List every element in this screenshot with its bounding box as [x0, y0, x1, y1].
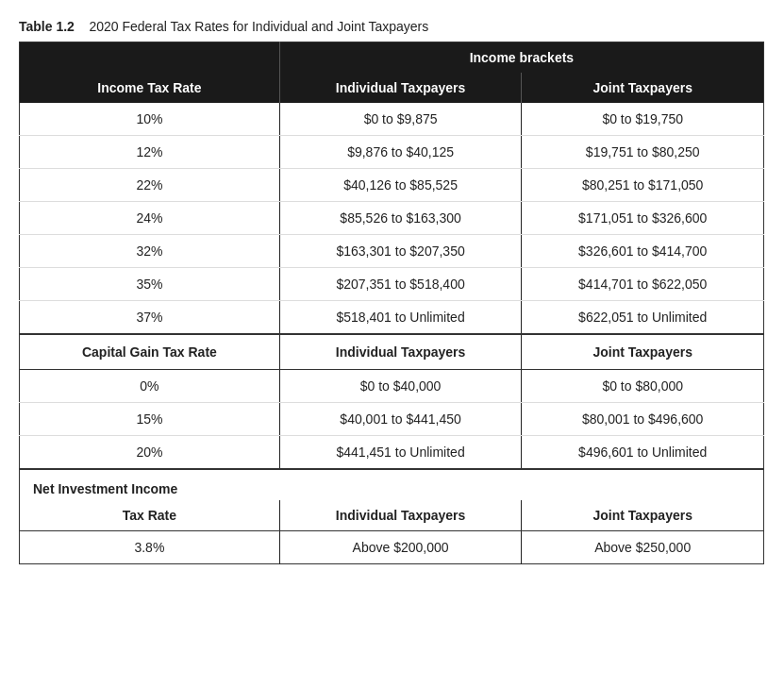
joint-bracket-cell: $19,751 to $80,250: [522, 136, 764, 169]
capital-gain-header-row: Capital Gain Tax Rate Individual Taxpaye…: [20, 334, 764, 370]
individual-bracket-cell: $9,876 to $40,125: [279, 136, 522, 169]
income-tax-row: 24% $85,526 to $163,300 $171,051 to $326…: [20, 202, 764, 235]
individual-bracket-cell: $40,126 to $85,525: [279, 169, 522, 202]
capital-gain-individual-header: Individual Taxpayers: [279, 334, 522, 370]
ni-rate-cell: 3.8%: [20, 531, 280, 564]
income-rate-cell: 22%: [20, 169, 280, 202]
ni-joint-cell: Above $250,000: [522, 531, 764, 564]
individual-taxpayers-header: Individual Taxpayers: [279, 73, 522, 103]
joint-bracket-cell: $414,701 to $622,050: [522, 268, 764, 301]
cg-rate-cell: 15%: [20, 403, 280, 436]
joint-taxpayers-header: Joint Taxpayers: [522, 73, 764, 103]
income-rate-cell: 10%: [20, 103, 280, 136]
income-rate-cell: 35%: [20, 268, 280, 301]
table-title: Table 1.2 2020 Federal Tax Rates for Ind…: [19, 19, 765, 34]
net-invest-row: 3.8% Above $200,000 Above $250,000: [20, 531, 764, 564]
cg-rate-cell: 0%: [20, 370, 280, 403]
income-brackets-header: Income brackets: [279, 42, 763, 74]
income-rate-cell: 24%: [20, 202, 280, 235]
cg-joint-cell: $80,001 to $496,600: [522, 403, 764, 436]
income-rate-cell: 12%: [20, 136, 280, 169]
income-brackets-header-row: Income brackets: [20, 42, 764, 74]
net-invest-section: Net Investment Income Tax Rate Individua…: [20, 469, 764, 564]
cg-joint-cell: $496,601 to Unlimited: [522, 436, 764, 470]
cg-individual-cell: $0 to $40,000: [279, 370, 522, 403]
income-tax-section: 10% $0 to $9,875 $0 to $19,750 12% $9,87…: [20, 103, 764, 334]
individual-bracket-cell: $0 to $9,875: [279, 103, 522, 136]
ni-rate-header: Tax Rate: [20, 500, 280, 531]
ni-joint-header: Joint Taxpayers: [522, 500, 764, 531]
income-tax-row: 22% $40,126 to $85,525 $80,251 to $171,0…: [20, 169, 764, 202]
joint-bracket-cell: $622,051 to Unlimited: [522, 301, 764, 335]
net-invest-label-row: Net Investment Income: [20, 469, 764, 500]
capital-gain-row: 0% $0 to $40,000 $0 to $80,000: [20, 370, 764, 403]
joint-bracket-cell: $0 to $19,750: [522, 103, 764, 136]
income-tax-rate-subheader: Income Tax Rate: [20, 73, 280, 103]
ni-individual-header: Individual Taxpayers: [279, 500, 522, 531]
ni-individual-cell: Above $200,000: [279, 531, 522, 564]
capital-gain-rate-header: Capital Gain Tax Rate: [20, 334, 280, 370]
cg-rate-cell: 20%: [20, 436, 280, 470]
individual-bracket-cell: $518,401 to Unlimited: [279, 301, 522, 335]
income-tax-row: 12% $9,876 to $40,125 $19,751 to $80,250: [20, 136, 764, 169]
capital-gain-row: 20% $441,451 to Unlimited $496,601 to Un…: [20, 436, 764, 470]
income-tax-row: 10% $0 to $9,875 $0 to $19,750: [20, 103, 764, 136]
table-number: Table 1.2: [19, 19, 75, 34]
joint-bracket-cell: $326,601 to $414,700: [522, 235, 764, 268]
cg-individual-cell: $40,001 to $441,450: [279, 403, 522, 436]
capital-gain-section: Capital Gain Tax Rate Individual Taxpaye…: [20, 334, 764, 469]
net-invest-label: Net Investment Income: [20, 469, 764, 500]
tax-rates-table: Income brackets Income Tax Rate Individu…: [19, 42, 764, 564]
net-invest-subheader-row: Tax Rate Individual Taxpayers Joint Taxp…: [20, 500, 764, 531]
capital-gain-row: 15% $40,001 to $441,450 $80,001 to $496,…: [20, 403, 764, 436]
cg-joint-cell: $0 to $80,000: [522, 370, 764, 403]
income-rate-cell: 37%: [20, 301, 280, 335]
individual-bracket-cell: $207,351 to $518,400: [279, 268, 522, 301]
income-tax-row: 35% $207,351 to $518,400 $414,701 to $62…: [20, 268, 764, 301]
cg-individual-cell: $441,451 to Unlimited: [279, 436, 522, 470]
joint-bracket-cell: $80,251 to $171,050: [522, 169, 764, 202]
joint-bracket-cell: $171,051 to $326,600: [522, 202, 764, 235]
individual-bracket-cell: $163,301 to $207,350: [279, 235, 522, 268]
income-tax-rate-header-cell: [20, 42, 280, 74]
capital-gain-joint-header: Joint Taxpayers: [522, 334, 764, 370]
income-tax-row: 32% $163,301 to $207,350 $326,601 to $41…: [20, 235, 764, 268]
individual-bracket-cell: $85,526 to $163,300: [279, 202, 522, 235]
table-title-text: 2020 Federal Tax Rates for Individual an…: [89, 19, 428, 34]
income-tax-subheader-row: Income Tax Rate Individual Taxpayers Joi…: [20, 73, 764, 103]
income-tax-row: 37% $518,401 to Unlimited $622,051 to Un…: [20, 301, 764, 335]
income-rate-cell: 32%: [20, 235, 280, 268]
